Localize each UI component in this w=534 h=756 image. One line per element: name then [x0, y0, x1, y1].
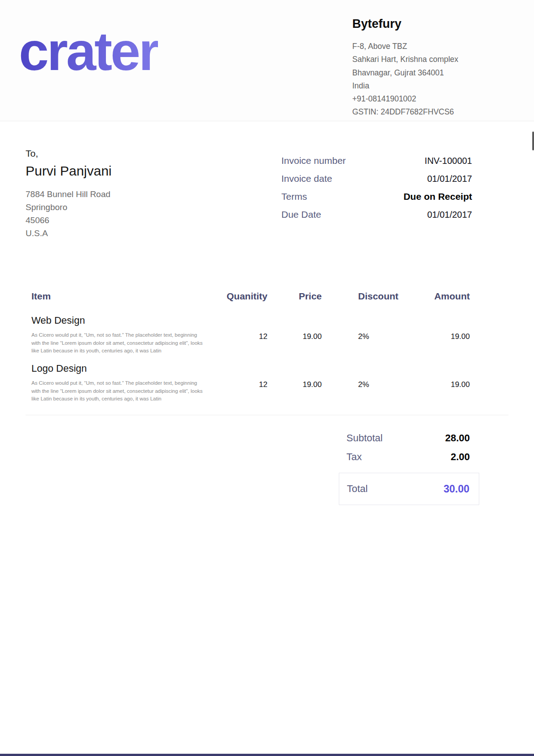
terms-value: Due on Receipt	[403, 191, 472, 202]
due-date-row: Due Date 01/01/2017	[281, 209, 472, 220]
terms-row: Terms Due on Receipt	[281, 191, 472, 202]
company-phone: +91-08141901002	[352, 92, 518, 105]
company-address-line: India	[352, 79, 518, 92]
total-label: Total	[347, 483, 368, 495]
item-description-line: As Cicero would put it, “Um, not so fast…	[31, 331, 229, 339]
footer-accent-bar	[0, 754, 534, 756]
item-price: 19.00	[254, 332, 322, 341]
tax-label: Tax	[346, 451, 362, 463]
company-info: Bytefury F-8, Above TBZ Sahkari Hart, Kr…	[352, 17, 518, 119]
scrollbar-thumb[interactable]	[532, 132, 534, 150]
item-description-line: like Latin because in its youth, centuri…	[31, 395, 229, 403]
company-address-line: Bhavnagar, Gujrat 364001	[352, 66, 518, 79]
item-description-line: with the line “Lorem ipsum dolor sit ame…	[31, 339, 229, 347]
due-date-value: 01/01/2017	[427, 210, 472, 220]
bill-to-label: To,	[26, 148, 214, 159]
invoice-date-label: Invoice date	[281, 173, 332, 184]
items-header-item: Item	[31, 291, 51, 302]
crater-logo: crater	[19, 22, 158, 81]
item-description-line: As Cicero would put it, “Um, not so fast…	[31, 379, 229, 387]
company-gstin: GSTIN: 24DDF7682FHVCS6	[352, 105, 518, 119]
terms-label: Terms	[281, 191, 307, 202]
invoice-meta: Invoice number INV-100001 Invoice date 0…	[281, 155, 472, 227]
subtotal-value: 28.00	[445, 432, 470, 444]
customer-address-line: 45066	[26, 214, 214, 227]
item-description: As Cicero would put it, “Um, not so fast…	[31, 331, 229, 355]
invoice-page: crater Bytefury F-8, Above TBZ Sahkari H…	[0, 0, 534, 756]
company-name: Bytefury	[352, 17, 518, 31]
subtotal-label: Subtotal	[346, 432, 383, 444]
company-address: F-8, Above TBZ Sahkari Hart, Krishna com…	[352, 40, 518, 119]
item-name: Web Design	[31, 315, 85, 326]
item-description-line: like Latin because in its youth, centuri…	[31, 347, 229, 355]
customer-name: Purvi Panjvani	[26, 163, 214, 179]
subtotal-row: Subtotal 28.00	[346, 432, 470, 444]
customer-address-line: Springboro	[26, 201, 214, 214]
invoice-date-row: Invoice date 01/01/2017	[281, 173, 472, 184]
invoice-number-value: INV-100001	[425, 156, 472, 166]
items-header-price: Price	[254, 291, 322, 302]
tax-row: Tax 2.00	[346, 451, 470, 463]
bill-to-block: To, Purvi Panjvani 7884 Bunnel Hill Road…	[26, 148, 214, 240]
customer-address-line: 7884 Bunnel Hill Road	[26, 188, 214, 201]
item-description: As Cicero would put it, “Um, not so fast…	[31, 379, 229, 403]
item-discount: 2%	[358, 332, 403, 341]
due-date-label: Due Date	[281, 209, 321, 220]
invoice-date-value: 01/01/2017	[427, 174, 472, 184]
total-value: 30.00	[443, 483, 469, 495]
invoice-number-label: Invoice number	[281, 155, 346, 166]
items-header-amount: Amount	[403, 291, 470, 302]
tax-value: 2.00	[451, 451, 470, 463]
item-name: Logo Design	[31, 363, 87, 374]
total-box: Total 30.00	[339, 473, 479, 505]
invoice-header: crater Bytefury F-8, Above TBZ Sahkari H…	[0, 0, 534, 121]
company-address-line: Sahkari Hart, Krishna complex	[352, 53, 518, 66]
customer-address-line: U.S.A	[26, 227, 214, 240]
company-address-line: F-8, Above TBZ	[352, 40, 518, 53]
invoice-number-row: Invoice number INV-100001	[281, 155, 472, 166]
customer-address: 7884 Bunnel Hill Road Springboro 45066 U…	[26, 188, 214, 240]
item-discount: 2%	[358, 380, 403, 389]
item-amount: 19.00	[403, 332, 470, 341]
item-amount: 19.00	[403, 380, 470, 389]
item-description-line: with the line “Lorem ipsum dolor sit ame…	[31, 387, 229, 396]
items-divider	[26, 415, 508, 415]
item-price: 19.00	[254, 380, 322, 389]
items-header-discount: Discount	[358, 291, 403, 302]
